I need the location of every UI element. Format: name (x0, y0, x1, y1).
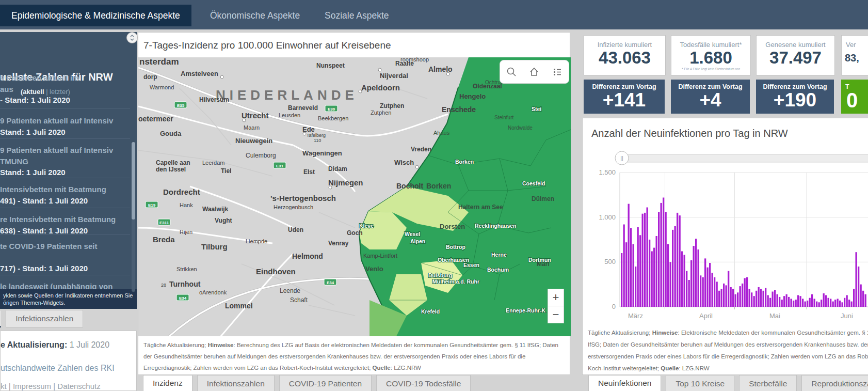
district-label-essen: Essen (463, 262, 479, 268)
map-label-oetermeer: oetermeer (138, 115, 173, 123)
map-label-borken: Borken (426, 182, 451, 190)
bar-day-57 (751, 292, 752, 307)
map-tab-inzidenz[interactable]: Inzidenz (143, 375, 192, 391)
road-shield-label: E311 (159, 221, 169, 225)
sidebar-scrollbar-thumb[interactable] (132, 142, 135, 220)
map-tab-covid-19-todesf-lle[interactable]: COVID-19 Todesfälle (376, 375, 471, 391)
diff-card-value: +190 (756, 90, 834, 110)
bar-day-106 (865, 294, 866, 307)
map-label-vught: Vught (215, 217, 232, 224)
bar-day-37 (704, 258, 706, 307)
bar-day-86 (818, 302, 820, 307)
bar-day-53 (742, 284, 743, 307)
map-label-nijmegen: Nijmegen (328, 178, 363, 187)
sidebar-tab-t[interactable]: t (0, 310, 1, 327)
stat-card-value: 37.497 (757, 49, 834, 67)
map-label-venray: Venray (328, 240, 349, 247)
sidebar-tab-infektionszahlen[interactable]: Infektionszahlen (6, 310, 83, 327)
map-label-leusden: Leusden (279, 112, 300, 118)
bar-day-38 (707, 268, 709, 307)
district-label-stei: Stei (532, 106, 541, 112)
map-label-strikken: Strikken (176, 266, 197, 272)
diff-card-2: Differenz zum Vortag+4 (671, 80, 750, 114)
stat-card-genesene-kumuliert: Genesene kumuliert37.497 (756, 35, 835, 75)
map-tab-row: InzidenzInfektionszahlenCOVID-19 Patient… (143, 375, 471, 391)
footer-links[interactable]: kt | Impressum | Datenschutz (1, 382, 101, 390)
bar-day-81 (807, 301, 808, 307)
road-shield-label: E34 (327, 280, 334, 285)
map-label-breda: Breda (153, 235, 175, 244)
chart-tab-neuinfektionen[interactable]: Neuinfektionen (588, 375, 661, 391)
sidebar-collapse-button[interactable] (126, 32, 138, 43)
diff-card-1: Differenz zum Vortag+141 (584, 80, 665, 114)
map-tab-infektionszahlen[interactable]: Infektionszahlen (197, 375, 275, 391)
bar-day-98 (846, 295, 848, 307)
map-label-nunspeet: Nunspeet (316, 62, 345, 69)
bar-day-44 (721, 289, 722, 307)
map-label-goch: Goch (347, 229, 363, 237)
stat-card-infizierte-kumuliert: Infizierte kumuliert43.063 (584, 35, 666, 75)
chart-tab-reproduktionszahl[interactable]: Reproduktionszahl (801, 375, 868, 391)
stat-card-label: Ver (846, 41, 868, 49)
chart-range-slider-track[interactable] (620, 154, 868, 162)
bar-day-97 (844, 298, 845, 307)
map-zoom-out-button[interactable]: − (548, 306, 564, 323)
bar-day-48 (730, 287, 732, 307)
nav-tab-soziale-aspekte[interactable]: Soziale Aspekte (313, 5, 400, 26)
map-label-maarn: Maarn (244, 124, 260, 131)
bar-day-89 (825, 295, 827, 307)
chart-tab-top-10-kreise[interactable]: Top 10 Kreise (666, 375, 734, 391)
district-label-herne: Herne (491, 252, 507, 258)
bar-day-34 (698, 249, 699, 307)
map-tab-covid-19-patienten[interactable]: COVID-19 Patienten (279, 375, 372, 391)
district-label-kleve: Kleve (359, 223, 374, 229)
bar-day-101 (853, 289, 855, 307)
diff-card-3: Differenz zum Vortag+190 (756, 80, 834, 114)
bar-day-43 (718, 291, 720, 307)
sidebar-divider (0, 178, 130, 178)
chart-x-tick-label: Juni (841, 312, 853, 320)
incidence-map[interactable]: NIEDERLANDE E35E30E31E19E311E34E34 nster… (138, 57, 571, 336)
bar-day-18 (661, 203, 662, 307)
home-icon[interactable] (527, 65, 541, 79)
bar-day-82 (809, 298, 811, 307)
country-label: NIEDERLANDE (216, 87, 358, 103)
bar-day-61 (760, 289, 762, 307)
legend-icon[interactable] (551, 65, 564, 79)
map-label-culemborg: Culemborg (246, 152, 276, 159)
sidebar-divider (0, 234, 130, 235)
bar-day-93 (834, 300, 836, 307)
bar-day-88 (823, 293, 825, 307)
map-label-hilversum: Hilversum (199, 96, 229, 103)
bar-day-17 (658, 212, 660, 307)
map-label-hank: Hank (180, 202, 193, 208)
bar-day-15 (653, 248, 655, 307)
map-label-leende: Leende (280, 287, 300, 294)
bar-day-85 (816, 302, 817, 307)
bar-day-104 (860, 285, 862, 307)
bar-day-16 (656, 236, 657, 307)
search-icon[interactable] (505, 65, 518, 79)
map-zoom-in-button[interactable]: + (548, 289, 564, 306)
map-label-uden: Uden (288, 226, 303, 233)
district-label-wesel: Wesel (405, 231, 420, 237)
bar-day-5 (630, 228, 632, 307)
nav-tab--konomische-aspekte[interactable]: Ökonomische Aspekte (199, 5, 311, 26)
sidebar-tab-row: tInfektionszahlen (0, 310, 83, 327)
bar-day-63 (765, 288, 766, 307)
nav-tab-epidemiologische-medizinische-aspekte[interactable]: Epidemiologische & Medizinische Aspekte (0, 5, 191, 26)
rki-link[interactable]: utschlandweite Zahlen des RKI (1, 364, 115, 373)
bar-day-35 (700, 275, 701, 307)
map-label-helmond: Helmond (292, 252, 323, 260)
bar-day-103 (858, 267, 859, 307)
map-label-ede: Ede (302, 126, 315, 133)
bar-day-32 (693, 246, 695, 307)
bar-day-1 (621, 253, 622, 307)
chart-tab-sterbef-lle[interactable]: Sterbefälle (739, 375, 797, 391)
map-label-venlo: Venlo (365, 265, 383, 273)
map-label-tiel: Tiel (221, 167, 231, 175)
district-label-m-lheim-a-d-ruhr: Mülheim a.d. Ruhr (432, 278, 479, 285)
tooltip-line: yklen sowie Quellen der Indikatoren entn… (3, 292, 134, 299)
map-label-nsterdam: nsterdam (139, 57, 179, 67)
stat-card-value: 1.680 (671, 49, 750, 67)
